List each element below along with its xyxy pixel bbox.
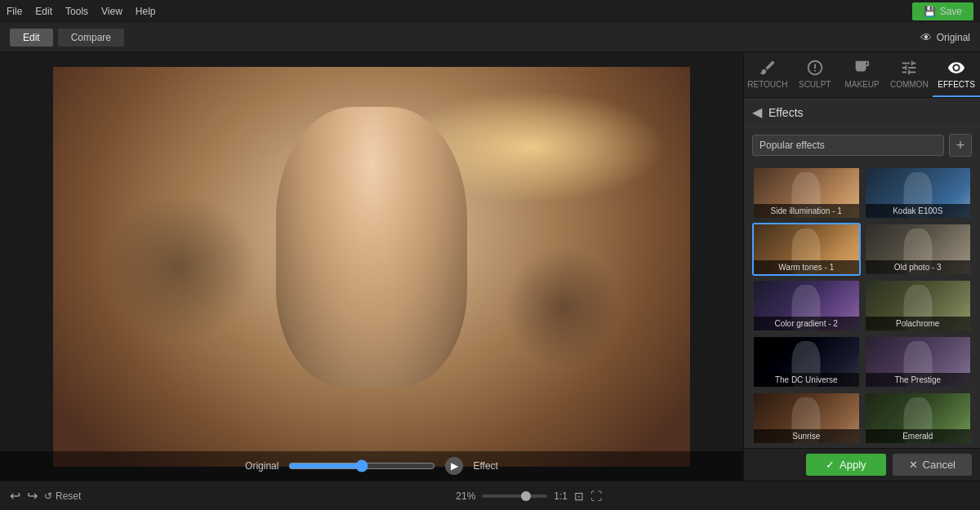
redo-button[interactable]: ↪ [27,488,38,503]
canvas-area: Original ▶ Effect [0,52,743,481]
effects-category-select[interactable]: Popular effectsFilm effectsVintageBlack … [752,135,944,156]
slider-original-label: Original [245,460,278,472]
photo-canvas [53,67,690,467]
common-label: COMMON [890,80,929,89]
menu-bar: File Edit Tools View Help 💾 Save [0,0,980,23]
cancel-button[interactable]: ✕ Cancel [893,454,972,476]
add-effect-button[interactable]: + [949,134,972,157]
save-icon: 💾 [924,6,936,17]
effect-card-extra1[interactable]: Sunrise [752,392,861,445]
toolbar: Edit Compare 👁 Original [0,23,980,52]
effect-arrow-button[interactable]: ▶ [445,457,463,475]
menu-view[interactable]: View [101,6,122,17]
effects-dropdown: Popular effectsFilm effectsVintageBlack … [752,134,972,157]
common-icon [900,59,918,77]
reset-label: Reset [56,490,81,502]
reset-icon: ↺ [44,490,52,502]
zoom-slider[interactable] [482,494,547,498]
photo-slider: Original ▶ Effect [0,451,743,481]
effect-card-polachrome[interactable]: Polachrome [864,279,973,332]
effect-card-warm[interactable]: Warm tones - 1 [752,223,861,276]
effect-slider[interactable] [288,459,435,472]
effect-card-oldphoto[interactable]: Old photo - 3 [864,223,973,276]
x-icon: ✕ [909,459,918,471]
tab-makeup[interactable]: MAKEUP [839,52,886,97]
cancel-label: Cancel [923,459,956,471]
zoom-percent: 21% [456,490,475,502]
retouch-icon [759,59,777,77]
effect-label-extra2: Emerald [866,429,971,443]
zoom-ratio: 1:1 [554,490,568,502]
effect-label-prestige: The Prestige [866,373,971,387]
effect-label-colgrad: Color gradient - 2 [754,317,859,330]
slider-effect-label: Effect [473,460,497,472]
check-icon: ✓ [826,459,835,471]
main-layout: Original ▶ Effect RETOUCH SCULPT MAKEUP [0,52,980,481]
effects-label: EFFECTS [938,80,975,89]
effect-card-colgrad[interactable]: Color gradient - 2 [752,279,861,332]
effect-label-extra1: Sunrise [754,429,859,443]
action-bar: ✓ Apply ✕ Cancel [744,448,980,481]
effect-card-dc[interactable]: The DC Universe [752,335,861,388]
tab-common[interactable]: COMMON [885,52,933,97]
right-panel: RETOUCH SCULPT MAKEUP COMMON EFFECTS [743,52,980,481]
effect-label-polachrome: Polachrome [866,317,971,330]
expand-button[interactable]: ⛶ [590,490,602,503]
menu-edit[interactable]: Edit [35,6,52,17]
compare-button[interactable]: Compare [58,29,124,47]
effect-card-kodak[interactable]: Kodak E100S [864,166,973,220]
effects-icon [947,59,965,77]
apply-button[interactable]: ✓ Apply [806,454,886,476]
effects-grid: Side illumination - 1Kodak E100SWarm ton… [744,163,980,448]
menu-tools[interactable]: Tools [65,6,88,17]
apply-label: Apply [840,459,866,471]
panel-title: Effects [768,106,804,119]
tab-effects[interactable]: EFFECTS [933,52,980,97]
fit-button[interactable]: ⊡ [574,490,584,503]
effect-label-warm: Warm tones - 1 [754,260,859,274]
undo-button[interactable]: ↩ [10,488,20,503]
tab-sculpt[interactable]: SCULPT [791,52,839,97]
effect-card-prestige[interactable]: The Prestige [864,335,973,388]
effect-label-oldphoto: Old photo - 3 [866,260,971,274]
reset-button[interactable]: ↺ Reset [44,490,81,502]
back-button[interactable]: ◀ [752,104,762,120]
sculpt-label: SCULPT [799,80,831,89]
save-button[interactable]: 💾 Save [912,2,973,20]
retouch-label: RETOUCH [747,80,787,89]
makeup-label: MAKEUP [844,80,879,89]
makeup-icon [853,59,871,77]
effect-label-side-illum: Side illumination - 1 [754,204,859,218]
bottom-bar: ↩ ↪ ↺ Reset 21% 1:1 ⊡ ⛶ [0,481,980,510]
sculpt-icon [806,59,824,77]
zoom-info: 21% 1:1 ⊡ ⛶ [456,490,602,503]
edit-button[interactable]: Edit [10,29,53,47]
effect-label-dc: The DC Universe [754,373,859,387]
original-badge: 👁 Original [920,31,970,44]
effect-card-extra2[interactable]: Emerald [864,392,973,445]
effect-card-side-illum[interactable]: Side illumination - 1 [752,166,861,220]
effect-label-kodak: Kodak E100S [866,204,971,218]
panel-tabs: RETOUCH SCULPT MAKEUP COMMON EFFECTS [744,52,980,98]
menu-help[interactable]: Help [136,6,156,17]
menu-file[interactable]: File [7,6,22,17]
panel-header: ◀ Effects [744,98,980,127]
eye-icon: 👁 [920,31,932,44]
tab-retouch[interactable]: RETOUCH [744,52,791,97]
zoom-thumb [521,491,531,501]
